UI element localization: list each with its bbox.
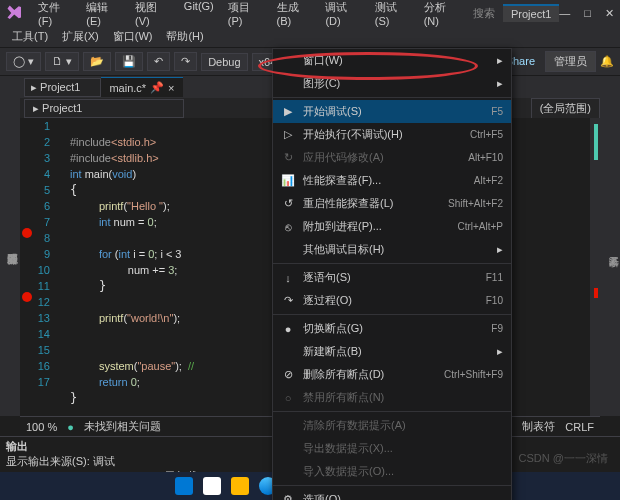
nav-back-button[interactable]: ◯ ▾ — [6, 52, 41, 71]
admin-badge[interactable]: 管理员 — [545, 51, 596, 72]
minimize-icon[interactable]: — — [559, 7, 570, 20]
breakpoint-icon[interactable] — [22, 292, 32, 302]
menu-item[interactable]: Git(G) — [178, 0, 220, 29]
nav-project-select[interactable]: ▸ Project1 — [24, 78, 101, 97]
menu-item[interactable]: 生成(B) — [271, 0, 318, 29]
menu-item[interactable]: ↺重启性能探查器(L)Shift+Alt+F2 — [273, 192, 511, 215]
menu-item[interactable]: 窗口(W)▸ — [273, 49, 511, 72]
fold-gutter — [56, 118, 70, 416]
tab-close-icon[interactable]: × — [168, 82, 174, 94]
menu-item[interactable]: ↷逐过程(O)F10 — [273, 289, 511, 312]
menu-icon: ↷ — [281, 294, 295, 307]
close-icon[interactable]: ✕ — [605, 7, 614, 20]
menu-bar-1: 文件(F)编辑(E)视图(V)Git(G)项目(P)生成(B)调试(D)测试(S… — [32, 0, 465, 29]
menu-icon: ↺ — [281, 197, 295, 210]
menu-icon: ⎋ — [281, 221, 295, 233]
issues-status[interactable]: 未找到相关问题 — [84, 419, 161, 434]
menu-item[interactable]: ⊘删除所有断点(D)Ctrl+Shift+F9 — [273, 363, 511, 386]
menu-item[interactable]: ⚙选项(O)... — [273, 488, 511, 500]
indent-mode[interactable]: 制表符 — [522, 419, 555, 434]
zoom-level[interactable]: 100 % — [26, 421, 57, 433]
notifications-icon[interactable]: 🔔 — [600, 55, 614, 68]
start-icon[interactable] — [175, 477, 193, 495]
scope-select[interactable]: (全局范围) — [531, 98, 600, 119]
menu-item[interactable]: 测试(S) — [369, 0, 416, 29]
menu-item[interactable]: 工具(T) — [6, 27, 54, 46]
redo-button[interactable]: ↷ — [174, 52, 197, 71]
breakpoint-icon[interactable] — [22, 228, 32, 238]
menu-icon: ⊘ — [281, 368, 295, 381]
menu-icon: ↻ — [281, 151, 295, 164]
menu-item[interactable]: 调试(D) — [319, 0, 366, 29]
menu-icon: 📊 — [281, 174, 295, 187]
menu-item[interactable]: 编辑(E) — [80, 0, 127, 29]
right-vertical-tabs[interactable]: 诊断工具 — [600, 76, 620, 416]
minimap[interactable] — [590, 118, 600, 416]
line-ending[interactable]: CRLF — [565, 421, 594, 433]
menu-item[interactable]: 新建断点(B)▸ — [273, 340, 511, 363]
menu-bar-2: 工具(T)扩展(X)窗口(W)帮助(H) — [0, 26, 620, 48]
project-tab[interactable]: Project1 — [503, 4, 559, 22]
menu-item: 清除所有数据提示(A) — [273, 414, 511, 437]
menu-item[interactable]: 图形(C)▸ — [273, 72, 511, 95]
menu-item[interactable]: 文件(F) — [32, 0, 78, 29]
explorer-icon[interactable] — [231, 477, 249, 495]
undo-button[interactable]: ↶ — [147, 52, 170, 71]
menu-item[interactable]: ↓逐语句(S)F11 — [273, 266, 511, 289]
menu-item[interactable]: 分析(N) — [418, 0, 465, 29]
menu-item[interactable]: ●切换断点(G)F9 — [273, 317, 511, 340]
menu-item[interactable]: 扩展(X) — [56, 27, 105, 46]
window-controls: — □ ✕ — [559, 7, 614, 20]
menu-icon: ● — [281, 323, 295, 335]
menu-icon: ⚙ — [281, 493, 295, 500]
vs-logo-icon — [6, 4, 24, 22]
menu-item[interactable]: 📊性能探查器(F)...Alt+F2 — [273, 169, 511, 192]
menu-item[interactable]: 视图(V) — [129, 0, 176, 29]
left-vertical-tabs: 服务器资源管理器数据源工具箱 — [0, 76, 20, 416]
menu-item[interactable]: 窗口(W) — [107, 27, 159, 46]
file-tab[interactable]: main.c* 📌 × — [101, 77, 182, 97]
menu-icon: ▷ — [281, 128, 295, 141]
search-hint[interactable]: 搜索 — [473, 6, 495, 21]
menu-icon: ↓ — [281, 272, 295, 284]
file-tab-label: main.c* — [109, 82, 146, 94]
menu-item[interactable]: 其他调试目标(H)▸ — [273, 238, 511, 261]
debug-menu-dropdown: 窗口(W)▸图形(C)▸▶开始调试(S)F5▷开始执行(不调试)(H)Ctrl+… — [272, 48, 512, 500]
menu-item: ○禁用所有断点(N) — [273, 386, 511, 409]
new-file-button[interactable]: 🗋 ▾ — [45, 52, 79, 71]
watermark: CSDN @一一深情 — [519, 451, 608, 466]
open-file-button[interactable]: 📂 — [83, 52, 111, 71]
menu-item[interactable]: 帮助(H) — [160, 27, 209, 46]
search-taskbar-icon[interactable] — [203, 477, 221, 495]
menu-item: ↻应用代码修改(A)Alt+F10 — [273, 146, 511, 169]
save-button[interactable]: 💾 — [115, 52, 143, 71]
line-number-gutter: 1234567891011121314151617 — [20, 118, 56, 416]
title-bar: 文件(F)编辑(E)视图(V)Git(G)项目(P)生成(B)调试(D)测试(S… — [0, 0, 620, 26]
file-nav-select[interactable]: ▸ Project1 — [24, 99, 184, 118]
menu-icon: ○ — [281, 392, 295, 404]
menu-item[interactable]: 项目(P) — [222, 0, 269, 29]
menu-item[interactable]: ▶开始调试(S)F5 — [273, 100, 511, 123]
menu-item[interactable]: ▷开始执行(不调试)(H)Ctrl+F5 — [273, 123, 511, 146]
menu-icon: ▶ — [281, 105, 295, 118]
config-select[interactable]: Debug — [201, 53, 247, 71]
menu-item[interactable]: ⎋附加到进程(P)...Ctrl+Alt+P — [273, 215, 511, 238]
menu-item: 导出数据提示(X)... — [273, 437, 511, 460]
maximize-icon[interactable]: □ — [584, 7, 591, 20]
menu-item: 导入数据提示(O)... — [273, 460, 511, 483]
pin-icon[interactable]: 📌 — [150, 81, 164, 94]
